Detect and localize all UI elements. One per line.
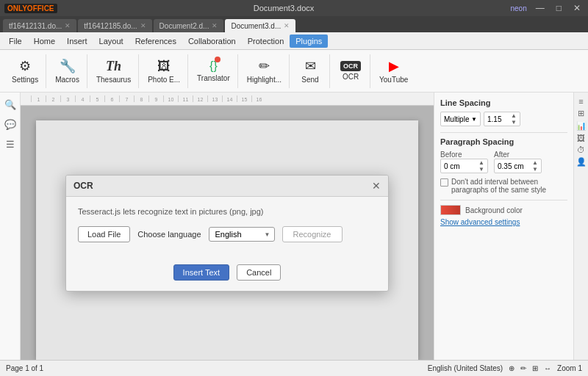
insert-text-button[interactable]: Insert Text [173, 264, 230, 281]
send-button[interactable]: ✉ Send [294, 56, 326, 87]
no-interval-checkbox-row: Don't add interval between paragraphs of… [440, 178, 567, 194]
line-spacing-row: Multiple ▼ 1.15 ▲ ▼ [440, 112, 567, 126]
settings-button[interactable]: ⚙ Settings [7, 56, 43, 87]
send-label: Send [301, 76, 318, 84]
tab-2[interactable]: tf16412185.do... ✕ [78, 19, 151, 32]
menu-collaboration[interactable]: Collaboration [182, 35, 242, 48]
photo-label: Photo E... [148, 76, 180, 84]
tab-3-close[interactable]: ✕ [212, 22, 218, 29]
line-spacing-value-input[interactable]: 1.15 ▲ ▼ [484, 112, 520, 126]
tab-1[interactable]: tf16412131.do... ✕ [3, 19, 76, 32]
line-spacing-type-input[interactable]: Multiple ▼ [440, 112, 481, 126]
translator-badge [215, 57, 220, 62]
zoom-label: Zoom 1 [557, 364, 582, 372]
right-panel: Line Spacing Multiple ▼ 1.15 ▲ ▼ Paragra… [434, 93, 573, 360]
tab-2-close[interactable]: ✕ [140, 22, 146, 29]
minimize-button[interactable]: — [533, 3, 548, 13]
before-spacing-input[interactable]: 0 cm ▲ ▼ [440, 159, 488, 173]
sidebar-headings-icon[interactable]: ☰ [4, 137, 17, 152]
photo-button[interactable]: 🖼 Photo E... [143, 56, 184, 87]
before-spinner[interactable]: ▲ ▼ [478, 159, 484, 173]
panel-divider-1 [440, 132, 567, 133]
before-spinner-down: ▼ [478, 166, 484, 173]
ocr-icon: OCR [340, 61, 361, 71]
dialog-body: Tesseract.js lets recognize text in pict… [66, 197, 388, 258]
dialog-description: Tesseract.js lets recognize text in pict… [78, 207, 376, 216]
tab-4-close[interactable]: ✕ [284, 22, 290, 29]
toolbar-group-photo: 🖼 Photo E... [140, 54, 188, 88]
highlight-button[interactable]: ✏ Highlight... [243, 56, 286, 87]
title-bar-title: Document3.docx [57, 4, 511, 12]
spacing-inputs-row: Before 0 cm ▲ ▼ After 0.35 cm ▲ [440, 151, 567, 173]
line-spacing-section: Line Spacing Multiple ▼ 1.15 ▲ ▼ [440, 98, 567, 126]
settings-icon: ⚙ [19, 58, 31, 74]
status-icon-3[interactable]: ⊞ [532, 364, 538, 372]
menu-plugins[interactable]: Plugins [290, 35, 328, 48]
cancel-button[interactable]: Cancel [237, 264, 281, 281]
toolbar-group-macros: 🔧 Macros [48, 54, 87, 88]
menu-home[interactable]: Home [28, 35, 61, 48]
spinner-up-icon: ▲ [511, 112, 517, 119]
status-icon-2[interactable]: ✏ [520, 364, 526, 372]
sidebar-comment-icon[interactable]: 💬 [2, 117, 18, 132]
close-button[interactable]: ✕ [570, 3, 584, 13]
document-area[interactable]: OCR ✕ Tesseract.js lets recognize text i… [21, 106, 434, 360]
no-interval-label: Don't add interval between paragraphs of… [451, 178, 567, 194]
toolbar-group-send: ✉ Send [291, 54, 330, 88]
translator-label: Translator [197, 74, 230, 82]
rs-clock-icon[interactable]: ⏱ [577, 145, 585, 154]
toolbar-group-settings: ⚙ Settings [4, 54, 46, 88]
ruler-marks: 1 2 3 4 5 6 7 8 9 10 11 12 13 14 15 16 [31, 95, 266, 102]
line-spacing-type-value: Multiple [444, 115, 469, 123]
tab-3[interactable]: Document2.d... ✕ [154, 19, 224, 32]
toolbar-group-ocr: OCR OCR [331, 54, 370, 88]
app-logo: ONLYOFFICE [4, 4, 57, 13]
thesaurus-label: Thesaurus [96, 76, 131, 84]
language-status: English (United States) [428, 364, 503, 372]
rs-chart-icon[interactable]: 📊 [576, 121, 587, 131]
after-spinner-down: ▼ [532, 166, 538, 173]
language-select[interactable]: English French German Spanish Italian [209, 227, 275, 242]
status-icon-4[interactable]: ↔ [544, 364, 551, 372]
before-spacing-value: 0 cm [444, 162, 460, 170]
before-spacing-group: Before 0 cm ▲ ▼ [440, 151, 488, 173]
content-area: 1 2 3 4 5 6 7 8 9 10 11 12 13 14 15 16 [21, 93, 434, 360]
recognize-button[interactable]: Recognize [282, 226, 343, 242]
line-spacing-spinner[interactable]: ▲ ▼ [511, 112, 517, 126]
rs-table-icon[interactable]: ⊞ [578, 109, 584, 118]
tab-4[interactable]: Document3.d... ✕ [225, 19, 295, 32]
dialog-controls-row: Load File Choose language English French… [78, 226, 376, 242]
thesaurus-icon: Th [106, 59, 121, 74]
ruler-horizontal: 1 2 3 4 5 6 7 8 9 10 11 12 13 14 15 16 [21, 93, 434, 106]
status-icon-1[interactable]: ⊕ [509, 364, 514, 372]
menu-insert[interactable]: Insert [61, 35, 93, 48]
photo-icon: 🖼 [157, 59, 171, 74]
tab-1-close[interactable]: ✕ [65, 22, 71, 29]
maximize-button[interactable]: □ [553, 3, 564, 13]
spinner-down-icon: ▼ [511, 119, 517, 126]
rs-image-icon[interactable]: 🖼 [577, 134, 585, 142]
dialog-close-button[interactable]: ✕ [372, 180, 381, 192]
rs-person-icon[interactable]: 👤 [576, 157, 587, 167]
sidebar-search-icon[interactable]: 🔍 [2, 97, 18, 112]
macros-button[interactable]: 🔧 Macros [51, 56, 84, 87]
youtube-button[interactable]: ▶ YouTube [375, 56, 412, 87]
translator-button[interactable]: {} Translator [193, 56, 234, 87]
after-spinner[interactable]: ▲ ▼ [532, 159, 538, 173]
bg-color-row: Background color [440, 205, 567, 215]
no-interval-checkbox[interactable] [440, 178, 448, 187]
bg-color-swatch[interactable] [440, 205, 461, 215]
menu-references[interactable]: References [129, 35, 182, 48]
after-spacing-input[interactable]: 0.35 cm ▲ ▼ [494, 159, 542, 173]
menu-layout[interactable]: Layout [93, 35, 129, 48]
menu-protection[interactable]: Protection [242, 35, 290, 48]
menu-file[interactable]: File [3, 35, 28, 48]
thesaurus-button[interactable]: Th Thesaurus [92, 56, 135, 87]
load-file-button[interactable]: Load File [78, 226, 130, 242]
rs-align-icon[interactable]: ≡ [578, 97, 583, 106]
tabs-bar: tf16412131.do... ✕ tf16412185.do... ✕ Do… [0, 16, 588, 32]
ocr-button[interactable]: OCR OCR [334, 56, 367, 87]
before-spinner-up: ▲ [478, 159, 484, 166]
advanced-settings-link[interactable]: Show advanced settings [440, 218, 567, 226]
ocr-label: OCR [343, 73, 359, 81]
